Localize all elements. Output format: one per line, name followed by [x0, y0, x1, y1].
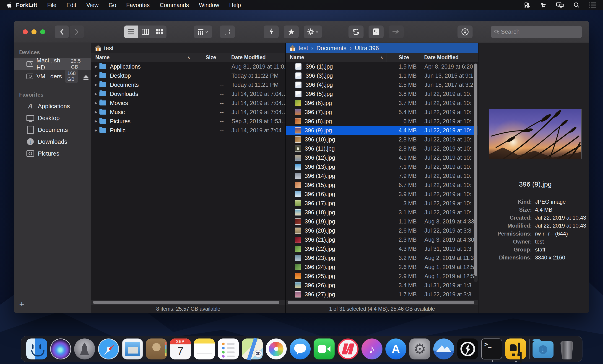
- folder-row[interactable]: ▶ Public -- Jul 14, 2019 at 7:04…: [91, 126, 285, 135]
- right-horizontal-scrollbar[interactable]: [286, 300, 478, 305]
- file-row[interactable]: 396 (6).jpg 3.7 MB Jul 22, 2019 at 10:: [286, 99, 478, 108]
- file-row[interactable]: 396 (3).jpg 1.1 MB Jun 13, 2015 at 9:1: [286, 71, 478, 80]
- scrollbar-thumb[interactable]: [288, 301, 474, 304]
- dock-icon-trash[interactable]: [557, 339, 578, 359]
- file-row[interactable]: 396 (8).jpg 6 MB Jul 22, 2019 at 10:: [286, 117, 478, 126]
- minimize-button[interactable]: [32, 29, 36, 34]
- spotlight-search-icon[interactable]: [573, 2, 580, 8]
- dock-icon-news[interactable]: [337, 339, 359, 359]
- eject-icon[interactable]: [83, 75, 89, 78]
- menu-item[interactable]: Go: [109, 2, 116, 8]
- dock-icon-itunes[interactable]: [361, 339, 383, 359]
- dock-icon-safari[interactable]: [98, 339, 119, 359]
- column-date[interactable]: Date Modified: [228, 53, 285, 62]
- file-row[interactable]: 396 (13).jpg 7.1 MB Jul 22, 2019 at 10:: [286, 162, 478, 171]
- favorites-button[interactable]: [284, 25, 299, 38]
- column-size[interactable]: Size: [387, 53, 421, 62]
- disclosure-triangle-icon[interactable]: ▶: [93, 128, 99, 132]
- arrange-menu-button[interactable]: [194, 25, 212, 38]
- dock-icon-finder[interactable]: [26, 339, 47, 359]
- disclosure-triangle-icon[interactable]: ▶: [93, 110, 99, 114]
- settings-menu-button[interactable]: [304, 25, 322, 38]
- folder-row[interactable]: ▶ Desktop -- Today at 11:22 PM: [91, 71, 285, 80]
- file-row[interactable]: 396 (19).jpg 1.1 MB Aug 3, 2019 at 4:33: [286, 217, 478, 226]
- dock-icon-messages[interactable]: [290, 339, 311, 359]
- folder-row[interactable]: ▶ Pictures -- Sep 3, 2019 at 1:53…: [91, 117, 285, 126]
- dock-icon-mail[interactable]: [122, 339, 143, 359]
- dock-icon-system-preferences[interactable]: [409, 339, 430, 359]
- file-row[interactable]: 396 (9).jpg 4.4 MB Jul 22, 2019 at 10:: [286, 126, 478, 135]
- disclosure-triangle-icon[interactable]: ▶: [93, 83, 99, 87]
- folder-row[interactable]: ▶ Downloads -- Jul 14, 2019 at 7:04…: [91, 89, 285, 99]
- dock-icon-appstore[interactable]: [385, 339, 406, 359]
- sidebar-item[interactable]: Desktop: [14, 112, 91, 124]
- folder-row[interactable]: ▶ Applications -- Aug 31, 2019 at 11:0.: [91, 62, 285, 71]
- folder-row[interactable]: ▶ Music -- Jul 14, 2019 at 7:04…: [91, 108, 285, 117]
- dock-icon-forklift[interactable]: [505, 339, 526, 359]
- dock-icon-blue-mountain-app[interactable]: [433, 339, 454, 359]
- dock-icon-dark-lightning-app[interactable]: [457, 339, 478, 359]
- sidebar-item[interactable]: Documents: [14, 124, 91, 136]
- menu-item[interactable]: Window: [199, 2, 219, 8]
- sidebar-item[interactable]: Pictures: [14, 148, 91, 159]
- file-row[interactable]: 396 (26).jpg 3.4 MB Jul 31, 2019 at 1:3: [286, 281, 478, 290]
- folder-row[interactable]: ▶ Movies -- Jul 14, 2019 at 7:04…: [91, 99, 285, 108]
- dock-icon-reminders[interactable]: [218, 339, 239, 359]
- share-cursor-icon[interactable]: [540, 2, 547, 8]
- dock-icon-maps[interactable]: 3D: [242, 339, 263, 359]
- dock-icon-siri[interactable]: [50, 339, 71, 359]
- dock-icon-contacts[interactable]: [146, 339, 167, 359]
- left-path-bar[interactable]: test: [91, 43, 285, 53]
- zoom-button[interactable]: [40, 29, 45, 34]
- sidebar-device-vm-folders[interactable]: VM...ders 168 GB: [14, 70, 91, 82]
- column-name[interactable]: Name ∧: [91, 55, 194, 61]
- dock-icon-terminal[interactable]: [481, 339, 502, 359]
- list-view-button[interactable]: [124, 25, 138, 38]
- sidebar-item[interactable]: Downloads: [14, 136, 91, 148]
- file-row[interactable]: 396 (14).jpg 7.9 MB Jul 22, 2019 at 10:: [286, 171, 478, 180]
- icon-view-button[interactable]: [152, 25, 166, 38]
- column-date[interactable]: Date Modified: [421, 53, 478, 62]
- file-row[interactable]: 396 (23).jpg 3.2 MB Aug 2, 2019 at 11:3: [286, 253, 478, 262]
- menu-item[interactable]: Help: [229, 2, 241, 8]
- close-button[interactable]: [23, 29, 28, 34]
- path-segment[interactable]: test: [299, 45, 308, 52]
- dock-icon-launchpad[interactable]: [74, 339, 95, 359]
- file-row[interactable]: 396 (12).jpg 4.1 MB Jul 22, 2019 at 10:: [286, 153, 478, 162]
- path-segment[interactable]: Ultra 396: [355, 45, 379, 52]
- file-row[interactable]: 396 (16).jpg 3.9 MB Jul 22, 2019 at 10:: [286, 189, 478, 199]
- disclosure-triangle-icon[interactable]: ▶: [93, 101, 99, 105]
- column-name[interactable]: Name ∧: [286, 55, 387, 61]
- dock-icon-facetime[interactable]: [313, 339, 335, 359]
- disclosure-triangle-icon[interactable]: ▶: [93, 92, 99, 96]
- list-menu-icon[interactable]: [589, 2, 596, 8]
- scrollbar-thumb[interactable]: [93, 301, 279, 304]
- right-vertical-scrollbar[interactable]: [474, 63, 477, 282]
- scrollbar-thumb[interactable]: [474, 64, 477, 276]
- menu-item[interactable]: Edit: [66, 2, 76, 8]
- file-row[interactable]: 396 (1).jpg 1.5 MB Apr 8, 2019 at 6:20: [286, 62, 478, 71]
- dock-icon-downloads-folder[interactable]: [533, 341, 554, 358]
- apple-menu[interactable]: [6, 2, 12, 8]
- sidebar-item[interactable]: Applications: [14, 100, 91, 112]
- select-button[interactable]: [220, 25, 235, 38]
- disclosure-triangle-icon[interactable]: ▶: [93, 74, 99, 78]
- quick-actions-button[interactable]: [264, 25, 279, 38]
- file-row[interactable]: 396 (4).jpg 2.5 MB Jun 18, 2017 at 3:2: [286, 80, 478, 89]
- file-row[interactable]: 396 (17).jpg 3 MB Jul 22, 2019 at 10:: [286, 199, 478, 208]
- file-row[interactable]: 396 (22).jpg 4.3 MB Jul 31, 2019 at 1:3: [286, 244, 478, 253]
- file-row[interactable]: 396 (24).jpg 2.6 MB Aug 1, 2019 at 12:5: [286, 262, 478, 272]
- add-favorite-button[interactable]: +: [19, 299, 24, 309]
- back-button[interactable]: [55, 25, 69, 38]
- file-row[interactable]: 396 (20).jpg 2.6 MB Jul 22, 2019 at 3:3: [286, 226, 478, 235]
- forklift-status-icon[interactable]: [524, 2, 531, 8]
- menu-item[interactable]: Commands: [160, 2, 189, 8]
- transfer-button[interactable]: [389, 25, 404, 38]
- file-row[interactable]: 396 (10).jpg 2.8 MB Jul 22, 2019 at 10:: [286, 135, 478, 144]
- dock-icon-calendar[interactable]: SEP 7: [170, 339, 191, 359]
- file-row[interactable]: 396 (27).jpg 1.7 MB Jul 22, 2019 at 3:3: [286, 290, 478, 299]
- column-view-button[interactable]: [138, 25, 152, 38]
- file-row[interactable]: 396 (7).jpg 5.4 MB Jul 22, 2019 at 10:: [286, 108, 478, 117]
- folder-row[interactable]: ▶ Documents -- Today at 11:21 PM: [91, 80, 285, 89]
- dock-icon-photos[interactable]: [266, 339, 287, 359]
